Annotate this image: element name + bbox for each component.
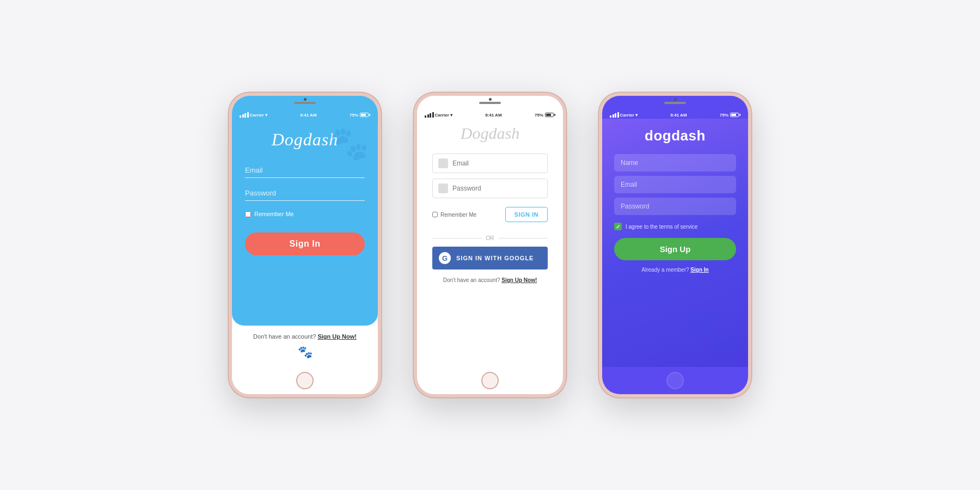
phone3-screen: 🐾 dogdash ✓ I agree to the terms of serv…	[602, 119, 748, 367]
phone1-remember-row: Remember Me	[245, 211, 365, 217]
phone-3: Carrier ▾ 9:41 AM 75% 🐾 dogdash	[599, 93, 751, 397]
phone2-screen: Dogdash Remember Me SIGN IN	[417, 119, 563, 367]
phone2-logo: Dogdash	[432, 124, 548, 143]
battery-icon	[730, 113, 740, 117]
status-right: 75%	[720, 113, 740, 118]
phone2-password-input[interactable]	[452, 185, 542, 192]
phone3-signup-button[interactable]: Sign Up	[614, 238, 736, 260]
phone2-bottom-bar	[417, 367, 563, 394]
phone3-member-text: Already a member? Sign In	[614, 267, 736, 273]
wifi-icon: ▾	[635, 113, 638, 118]
phone1-screen: 🐾 Dogdash Remember Me Sign In Don't have…	[232, 119, 378, 367]
phone1-paw-icon: 🐾	[298, 345, 313, 359]
status-left: Carrier ▾	[610, 112, 638, 118]
carrier-label: Carrier	[620, 113, 634, 118]
camera-dot	[304, 98, 307, 101]
phone2-remember-label: Remember Me	[440, 212, 476, 218]
phone2-signin-button[interactable]: SIGN IN	[505, 207, 548, 222]
or-line-left	[432, 238, 482, 238]
phone1-blue-area: 🐾 Dogdash Remember Me Sign In	[232, 119, 378, 326]
phone2-remember-checkbox[interactable]	[432, 212, 438, 217]
time-label: 9:41 AM	[300, 113, 316, 118]
battery-percent: 75%	[535, 113, 543, 118]
phone3-terms-row: ✓ I agree to the terms of service	[614, 223, 736, 230]
phone3-paw-bg: 🐾	[688, 305, 743, 356]
phone3-email-input[interactable]	[614, 176, 736, 193]
battery-icon	[545, 113, 555, 117]
phone2-remember-group: Remember Me	[432, 212, 476, 218]
terms-label: I agree to the terms of service	[626, 224, 697, 230]
or-line-right	[499, 238, 548, 238]
phone-1: Carrier ▾ 9:41 AM 75% 🐾 Dogdash Rem	[229, 93, 381, 397]
signal-icon	[240, 112, 249, 118]
phone1-signin-button[interactable]: Sign In	[245, 232, 365, 255]
phone1-remember-checkbox[interactable]	[245, 211, 251, 217]
time-label: 9:41 AM	[485, 113, 501, 118]
speaker-bar	[294, 102, 316, 104]
phone2-top	[417, 96, 563, 111]
google-button-label: SIGN IN WITH GOOGLE	[456, 255, 534, 261]
or-text: OR	[486, 235, 494, 241]
google-g-icon: G	[439, 252, 451, 264]
carrier-label: Carrier	[435, 113, 449, 118]
checkmark-icon: ✓	[616, 224, 620, 230]
lock-icon	[438, 183, 448, 193]
paw-background: 🐾	[328, 124, 369, 163]
phone3-password-input[interactable]	[614, 198, 736, 215]
phone2-notch	[479, 98, 501, 104]
phone1-top	[232, 96, 378, 111]
battery-icon	[360, 113, 370, 117]
phone2-status-bar: Carrier ▾ 9:41 AM 75%	[417, 111, 563, 119]
phones-container: Carrier ▾ 9:41 AM 75% 🐾 Dogdash Rem	[229, 93, 751, 397]
phone1-bottom-bar	[232, 367, 378, 394]
phone2-signup-text: Don't have an account? Sign Up Now!	[432, 277, 548, 283]
status-left: Carrier ▾	[240, 112, 267, 118]
email-icon	[438, 158, 448, 168]
phone3-content: 🐾 dogdash ✓ I agree to the terms of serv…	[602, 119, 748, 367]
signal-icon	[610, 112, 619, 118]
phone3-notch	[664, 98, 686, 104]
phone2-remember-signin-row: Remember Me SIGN IN	[432, 207, 548, 222]
carrier-label: Carrier	[250, 113, 264, 118]
signal-icon	[425, 112, 434, 118]
battery-percent: 75%	[720, 113, 728, 118]
camera-dot	[674, 98, 677, 101]
phone1-signup-text: Don't have an account? Sign Up Now!	[253, 333, 357, 340]
phone1-signup-link[interactable]: Sign Up Now!	[317, 333, 357, 340]
status-left: Carrier ▾	[425, 112, 452, 118]
phone2-email-input[interactable]	[452, 160, 542, 167]
phone3-name-input[interactable]	[614, 154, 736, 171]
status-right: 75%	[535, 113, 555, 118]
phone2-password-row	[432, 179, 548, 198]
phone1-status-bar: Carrier ▾ 9:41 AM 75%	[232, 111, 378, 119]
phone2-email-row	[432, 154, 548, 173]
phone1-bottom: Don't have an account? Sign Up Now! 🐾	[232, 326, 378, 367]
phone1-remember-label: Remember Me	[254, 211, 294, 217]
battery-percent: 75%	[350, 113, 358, 118]
phone2-content: Dogdash Remember Me SIGN IN	[417, 119, 563, 367]
phone1-password-input[interactable]	[245, 186, 365, 201]
phone3-status-bar: Carrier ▾ 9:41 AM 75%	[602, 111, 748, 119]
phone1-email-input[interactable]	[245, 163, 365, 178]
phone2-google-button[interactable]: G SIGN IN WITH GOOGLE	[432, 247, 548, 270]
camera-dot	[489, 98, 492, 101]
status-right: 75%	[350, 113, 370, 118]
phone3-signin-link[interactable]: Sign In	[690, 267, 708, 273]
wifi-icon: ▾	[265, 113, 267, 118]
or-divider: OR	[432, 235, 548, 241]
phone1-notch	[294, 98, 316, 104]
phone3-home-button[interactable]	[666, 372, 684, 389]
phone-2: Carrier ▾ 9:41 AM 75% Dogdash	[414, 93, 566, 397]
phone1-home-button[interactable]	[296, 372, 314, 389]
phone2-home-button[interactable]	[481, 372, 499, 389]
phone2-signup-link[interactable]: Sign Up Now!	[501, 277, 537, 283]
speaker-bar	[664, 102, 686, 104]
time-label: 9:41 AM	[670, 113, 687, 118]
phone3-bottom-bar	[602, 367, 748, 394]
wifi-icon: ▾	[450, 113, 452, 118]
phone3-top	[602, 96, 748, 111]
terms-checkbox-checked[interactable]: ✓	[614, 223, 622, 230]
speaker-bar	[479, 102, 501, 104]
phone3-logo: dogdash	[614, 127, 736, 144]
